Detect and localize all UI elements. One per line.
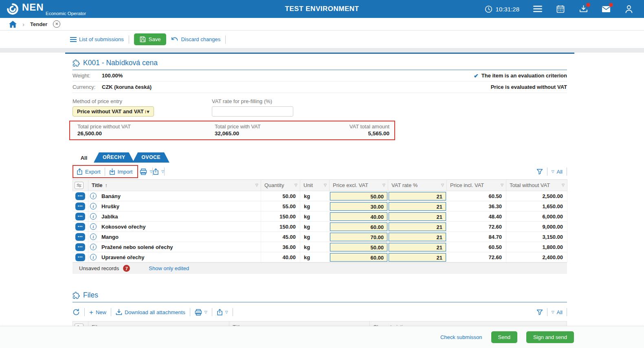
filter-preset-dropdown[interactable]: ▽ All bbox=[552, 169, 563, 175]
col-title[interactable]: Title bbox=[92, 182, 103, 188]
row-actions-button[interactable]: ••• bbox=[75, 192, 85, 200]
menu-button[interactable] bbox=[533, 4, 542, 13]
tab-ovoce[interactable]: OVOCE bbox=[132, 152, 169, 163]
table-row: ••• iBanány 50.00 kg 50.00 21 60.50 2,50… bbox=[73, 191, 567, 201]
col-price-incl[interactable]: Price incl. VAT bbox=[450, 182, 484, 188]
discard-changes-link[interactable]: Discard changes bbox=[171, 36, 220, 42]
print-menu-button[interactable]: ▽ bbox=[195, 309, 207, 316]
check-submission-link[interactable]: Check submisson bbox=[440, 334, 482, 340]
info-icon[interactable]: i bbox=[90, 244, 97, 250]
filter-icon[interactable]: ▽ bbox=[295, 183, 297, 187]
info-icon[interactable]: i bbox=[90, 233, 97, 240]
col-price-excl[interactable]: Price excl. VAT bbox=[333, 182, 368, 188]
method-of-price-entry-select[interactable]: Price without VAT and VAT ra ▼ bbox=[73, 106, 154, 117]
import-link[interactable]: Import bbox=[109, 168, 133, 175]
close-tab-icon[interactable]: ✕ bbox=[53, 20, 60, 28]
breadcrumb-item-tender[interactable]: Tender bbox=[30, 21, 47, 27]
export-icon bbox=[77, 168, 83, 175]
calendar-button[interactable] bbox=[556, 4, 565, 13]
profile-button[interactable] bbox=[624, 4, 633, 13]
info-icon[interactable]: i bbox=[90, 223, 97, 230]
downloads-button[interactable] bbox=[579, 4, 588, 13]
price-excl-vat-input[interactable]: 40.00 bbox=[330, 212, 387, 221]
vat-rate-input[interactable]: 21 bbox=[389, 233, 446, 241]
filter-icon[interactable]: ▽ bbox=[501, 183, 503, 187]
filter-icon[interactable]: ▽ bbox=[255, 183, 258, 187]
info-icon[interactable]: i bbox=[90, 203, 97, 209]
filter-funnel-icon[interactable] bbox=[536, 169, 543, 175]
messages-button[interactable] bbox=[602, 4, 611, 13]
info-icon[interactable]: i bbox=[90, 213, 97, 220]
filter-funnel-icon[interactable] bbox=[536, 309, 543, 315]
total-without-vat-label: Total price without VAT bbox=[77, 123, 215, 130]
tab-orechy[interactable]: OŘECHY bbox=[94, 152, 134, 163]
list-icon bbox=[70, 37, 77, 42]
vat-rate-input[interactable]: 21 bbox=[389, 192, 446, 200]
list-of-submissions-link[interactable]: List of submissions bbox=[70, 36, 124, 42]
vat-rate-input[interactable]: 21 bbox=[389, 222, 446, 231]
vat-rate-input[interactable]: 21 bbox=[389, 212, 446, 221]
row-actions-button[interactable]: ••• bbox=[75, 253, 85, 261]
vat-prefill-input[interactable] bbox=[212, 106, 293, 117]
home-icon[interactable] bbox=[9, 21, 17, 28]
separator bbox=[233, 308, 233, 316]
share-menu-button[interactable]: ▽ bbox=[217, 309, 228, 315]
filter-icon[interactable]: ▽ bbox=[382, 183, 385, 187]
vat-rate-input[interactable]: 21 bbox=[389, 243, 446, 251]
col-vat-rate[interactable]: VAT rate % bbox=[391, 182, 418, 188]
info-icon[interactable]: i bbox=[90, 193, 97, 199]
filter-icon[interactable]: ▽ bbox=[441, 183, 444, 187]
col-quantity[interactable]: Quantity bbox=[264, 182, 284, 188]
price-excl-vat-input[interactable]: 60.00 bbox=[330, 253, 387, 262]
filter-icon[interactable]: ▽ bbox=[562, 183, 565, 187]
row-actions-button[interactable]: ••• bbox=[75, 233, 85, 241]
price-excl-vat-input[interactable]: 60.00 bbox=[330, 222, 387, 231]
vat-rate-input[interactable]: 21 bbox=[389, 253, 446, 262]
brand: NEN Economic Operator bbox=[7, 2, 86, 15]
items-table-header: Title↑▽ Quantity▽ Unit▽ Price excl. VAT▽… bbox=[73, 180, 567, 191]
row-actions-button[interactable]: ••• bbox=[75, 213, 85, 220]
share-icon bbox=[153, 168, 159, 175]
share-menu-button[interactable]: ▽ bbox=[153, 168, 164, 175]
item-quantity: 45.00 bbox=[261, 232, 300, 242]
info-icon[interactable]: i bbox=[90, 254, 97, 260]
send-button[interactable]: Send bbox=[491, 331, 517, 343]
export-link[interactable]: Export bbox=[77, 168, 101, 175]
row-actions-button[interactable]: ••• bbox=[75, 223, 85, 231]
unsaved-count-badge: 7 bbox=[123, 265, 130, 272]
item-quantity: 36.00 bbox=[261, 242, 300, 252]
col-total[interactable]: Total without VAT bbox=[510, 182, 550, 188]
download-all-attachments-link[interactable]: Download all attachments bbox=[116, 309, 185, 315]
price-excl-vat-input[interactable]: 70.00 bbox=[330, 233, 387, 241]
command-toolbar: List of submissions Save Discard changes bbox=[0, 31, 644, 48]
filter-icon[interactable]: ▽ bbox=[324, 183, 327, 187]
import-label: Import bbox=[118, 169, 133, 175]
table-row: ••• iHrušky 55.00 kg 30.00 21 36.30 1,65… bbox=[73, 201, 567, 211]
refresh-icon[interactable] bbox=[73, 308, 80, 316]
item-unit: kg bbox=[300, 222, 330, 232]
price-excl-vat-input[interactable]: 30.00 bbox=[330, 202, 387, 211]
column-settings-icon[interactable] bbox=[75, 182, 84, 189]
col-unit[interactable]: Unit bbox=[303, 182, 313, 188]
unsaved-records-label: Unsaved records bbox=[79, 265, 119, 271]
save-button[interactable]: Save bbox=[134, 33, 167, 45]
separator bbox=[567, 167, 567, 176]
separator bbox=[164, 167, 165, 176]
price-excl-vat-input[interactable]: 50.00 bbox=[330, 243, 387, 251]
brand-name: NEN bbox=[22, 3, 86, 12]
show-only-edited-link[interactable]: Show only edited bbox=[149, 265, 189, 271]
print-menu-button[interactable]: ▽ bbox=[140, 168, 152, 175]
undo-icon bbox=[171, 37, 178, 42]
calendar-icon bbox=[556, 5, 565, 13]
app-header: NEN Economic Operator TEST ENVIRONMENT 1… bbox=[0, 0, 644, 18]
items-table: Title↑▽ Quantity▽ Unit▽ Price excl. VAT▽… bbox=[73, 179, 567, 262]
filter-preset-dropdown[interactable]: ▽ All bbox=[552, 309, 563, 315]
sign-and-send-button[interactable]: Sign and send bbox=[526, 331, 574, 343]
row-actions-button[interactable]: ••• bbox=[75, 203, 85, 210]
row-actions-button[interactable]: ••• bbox=[75, 243, 85, 251]
tab-all[interactable]: All bbox=[73, 155, 95, 163]
category-tabs: All OŘECHY OVOCE bbox=[73, 152, 567, 163]
vat-rate-input[interactable]: 21 bbox=[389, 202, 446, 211]
new-file-button[interactable]: + New bbox=[89, 309, 106, 315]
price-excl-vat-input[interactable]: 50.00 bbox=[330, 192, 387, 200]
